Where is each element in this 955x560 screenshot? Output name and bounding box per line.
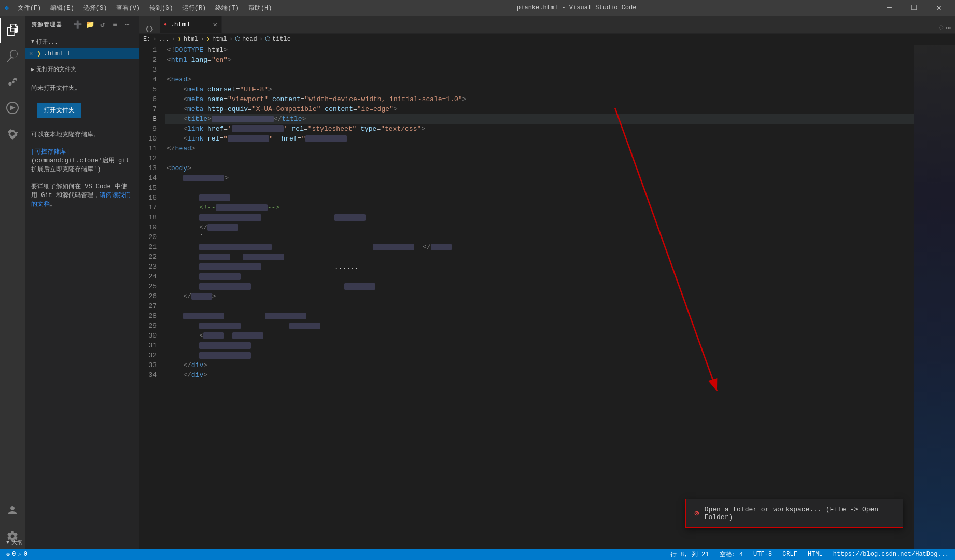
breadcrumb-title[interactable]: title [272, 36, 291, 43]
status-line-ending[interactable]: CRLF [780, 550, 799, 559]
line-num-6: 6 [139, 94, 161, 104]
menu-goto[interactable]: 转到(G) [145, 3, 177, 13]
menu-terminal[interactable]: 终端(T) [211, 3, 243, 13]
breadcrumb-dots[interactable]: ... [159, 36, 170, 43]
tab-close-button[interactable]: ✕ [213, 20, 217, 29]
error-icon: ⊗ [6, 551, 10, 558]
code-line-5: <meta charset="UTF-8"> [165, 85, 914, 94]
minimap[interactable] [914, 45, 955, 549]
line-num-12: 12 [139, 153, 161, 163]
code-line-31 [165, 341, 914, 351]
more-icon[interactable]: ⋯ [122, 20, 133, 30]
breadcrumb-html2[interactable]: html [212, 36, 227, 43]
file-close-icon[interactable]: ✕ [29, 50, 33, 58]
activity-git[interactable] [0, 69, 25, 94]
line-num-19: 19 [139, 222, 161, 232]
language-text: HTML [808, 551, 823, 558]
status-feedback[interactable]: https://blog.csdn.net/HatDog... [831, 550, 951, 559]
window-controls: ─ □ ✕ [877, 0, 951, 16]
activity-explorer[interactable] [0, 18, 25, 43]
line-num-22: 22 [139, 252, 161, 262]
activity-extensions[interactable] [0, 121, 25, 146]
code-line-11: </head> [165, 144, 914, 153]
no-folder-text: 尚未打开文件夹。 [25, 77, 139, 99]
status-encoding[interactable]: UTF-8 [751, 550, 774, 559]
menu-view[interactable]: 查看(V) [112, 3, 144, 13]
code-line-14: > [165, 173, 914, 183]
active-tab[interactable]: ● .html ✕ [160, 16, 222, 33]
line-num-28: 28 [139, 311, 161, 321]
code-line-4: <head> [165, 75, 914, 85]
line-num-7: 7 [139, 104, 161, 114]
maximize-button[interactable]: □ [902, 0, 926, 16]
code-line-2: <html lang="en"> [165, 55, 914, 65]
line-num-5: 5 [139, 85, 161, 94]
menu-edit[interactable]: 编辑(E) [46, 3, 78, 13]
status-language[interactable]: HTML [806, 550, 825, 559]
line-num-1: 1 [139, 45, 161, 55]
line-num-21: 21 [139, 242, 161, 252]
line-num-24: 24 [139, 272, 161, 282]
clone-message: 可以在本地克隆存储库。 [31, 131, 100, 138]
line-num-2: 2 [139, 55, 161, 65]
minimize-button[interactable]: ─ [877, 0, 901, 16]
code-line-30: < [165, 331, 914, 341]
main-layout: 资源管理器 ➕ 📁 ↺ ≡ ⋯ ▼ 打开... ✕ ❯ .html E [0, 16, 955, 549]
chevron-down-icon: ▼ [31, 39, 34, 45]
feedback-text: https://blog.csdn.net/HatDog... [833, 551, 949, 558]
menu-file[interactable]: 文件(F) [13, 3, 46, 13]
activity-run[interactable] [0, 95, 25, 120]
breadcrumb: E: › ... › ❯ html › ❯ html › ⬡ head › ⬡ … [139, 34, 955, 45]
open-folder-button[interactable]: 打开文件夹 [37, 103, 81, 118]
no-folder-title[interactable]: ▶ 无打开的文件夹 [25, 63, 139, 75]
outline-title[interactable]: ▼ 大纲 [25, 537, 114, 549]
tab-bar: ❮❯ ● .html ✕ ♢ ⋯ [139, 16, 955, 34]
breadcrumb-title-icon: ⬡ [265, 35, 270, 43]
outline-section: ▼ 大纲 [25, 537, 114, 549]
menu-help[interactable]: 帮助(H) [244, 3, 276, 13]
new-folder-icon[interactable]: 📁 [85, 20, 95, 30]
status-errors[interactable]: ⊗ 0 ⚠ 0 [4, 551, 30, 558]
line-num-26: 26 [139, 291, 161, 301]
line-numbers: 1 2 3 4 5 6 7 8 9 10 11 12 13 14 15 16 1… [139, 45, 165, 549]
menu-select[interactable]: 选择(S) [79, 3, 111, 13]
open-label: 打开... [36, 38, 58, 46]
more-actions-icon[interactable]: ⋯ [946, 23, 951, 33]
breadcrumb-head[interactable]: head [242, 36, 257, 43]
activity-bar [0, 16, 25, 549]
breadcrumb-sep-3: › [200, 36, 204, 43]
line-num-32: 32 [139, 351, 161, 360]
new-file-icon[interactable]: ➕ [73, 20, 83, 30]
status-line-col[interactable]: 行 8, 列 21 [668, 550, 711, 559]
collapse-icon[interactable]: ≡ [110, 20, 120, 30]
close-button[interactable]: ✕ [927, 0, 951, 16]
activity-search[interactable] [0, 44, 25, 68]
git-command-link[interactable]: [可控存储库] [31, 148, 69, 156]
editor-content[interactable]: 1 2 3 4 5 6 7 8 9 10 11 12 13 14 15 16 1… [139, 45, 955, 549]
split-editor-icon[interactable]: ♢ [939, 23, 944, 33]
refresh-icon[interactable]: ↺ [97, 20, 108, 30]
code-line-33: </div> [165, 360, 914, 370]
notification-box[interactable]: ⊗ Open a folder or workspace... (File ->… [685, 499, 903, 528]
menu-bar: 文件(F) 编辑(E) 选择(S) 查看(V) 转到(G) 运行(R) 终端(T… [13, 3, 276, 13]
active-file-item[interactable]: ✕ ❯ .html E [25, 48, 139, 59]
encoding-text: UTF-8 [753, 551, 772, 558]
breadcrumb-drive[interactable]: E: [143, 36, 150, 43]
tab-error-dot: ● [164, 22, 167, 27]
breadcrumb-sep-1: › [152, 36, 156, 43]
breadcrumb-html[interactable]: html [184, 36, 199, 43]
code-line-13: <body> [165, 163, 914, 173]
menu-run[interactable]: 运行(R) [178, 3, 210, 13]
line-num-16: 16 [139, 193, 161, 203]
code-line-15 [165, 183, 914, 193]
activity-account[interactable] [0, 498, 25, 523]
open-section-title[interactable]: ▼ 打开... [25, 36, 139, 48]
code-line-21: </ [165, 242, 914, 252]
code-content[interactable]: <!DOCTYPE html> <html lang="en"> <head> … [165, 45, 914, 549]
tab-history-icon[interactable]: ❮❯ [145, 24, 154, 33]
code-line-7: <meta http-equiv="X-UA-Compatible" conte… [165, 104, 914, 114]
breadcrumb-sep-5: › [259, 36, 263, 43]
status-spaces[interactable]: 空格: 4 [718, 550, 746, 559]
breadcrumb-sep-4: › [229, 36, 233, 43]
sidebar: 资源管理器 ➕ 📁 ↺ ≡ ⋯ ▼ 打开... ✕ ❯ .html E [25, 16, 139, 549]
